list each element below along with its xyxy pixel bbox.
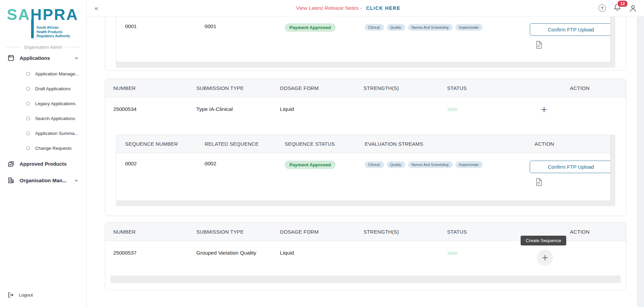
cell-sequence-number: 0002 — [125, 161, 205, 167]
sequence-action-cell: Confirm FTP Upload — [519, 161, 611, 187]
sidebar-item-legacy-applications[interactable]: Legacy Applications — [0, 96, 86, 111]
sidebar-subitem-label: Search Applications — [35, 116, 75, 121]
cell-submission-type: Grouped Variation Quality — [196, 250, 280, 256]
header-action: ACTION — [537, 229, 626, 235]
sidebar-item-search-applications[interactable]: Search Applications — [0, 111, 86, 126]
logo-stem-bar — [31, 20, 34, 38]
cell-dosage-form: Liquid — [280, 250, 363, 256]
sidebar-item-label: Applications — [20, 55, 50, 61]
evaluation-streams: Clinical: Quality: Names And Scheduling:… — [365, 161, 519, 168]
release-notes-banner: View Latest Release Notes - CLICK HERE — [98, 5, 598, 11]
sequence-table-header: SEQUENCE NUMBER RELATED SEQUENCE SEQUENC… — [116, 135, 610, 153]
sidebar-section-label: Organisation Admin — [24, 45, 62, 50]
logo-wordmark: SAHPRA — [7, 7, 78, 22]
sidebar-item-draft-applications[interactable]: Draft Applications — [0, 81, 86, 96]
stream-badge: Clinical: — [365, 161, 384, 168]
header-related-sequence: RELATED SEQUENCE — [205, 141, 285, 147]
application-card-25000534: NUMBER SUBMISSION TYPE DOSAGE FORM STREN… — [105, 78, 626, 216]
header-action: ACTION — [537, 85, 626, 91]
sidebar-item-label: Organisation Man... — [20, 178, 67, 183]
create-sequence-button[interactable]: + — [537, 250, 553, 266]
divider-line — [65, 47, 80, 47]
header-strengths: STRENGTH(S) — [363, 85, 447, 91]
header-action: ACTION — [519, 141, 610, 147]
chevron-up-icon — [74, 56, 79, 61]
document-icon[interactable] — [534, 40, 543, 49]
cell-related-sequence: 0001 — [205, 23, 285, 29]
sidebar-subitem-label: Application Summa... — [35, 131, 78, 136]
sidebar-item-application-summary[interactable]: Application Summa... — [0, 126, 86, 141]
document-icon[interactable] — [534, 178, 543, 187]
stream-badge: Quality: — [387, 24, 406, 31]
stream-badge: Inspectorate: — [455, 24, 483, 31]
logo-tagline: South African Health Products Regulatory… — [37, 26, 70, 39]
header-evaluation-streams: EVALUATION STREAMS — [365, 141, 519, 147]
topbar: « View Latest Release Notes - CLICK HERE… — [87, 0, 644, 17]
header-number: NUMBER — [113, 85, 196, 91]
header-status: STATUS — [447, 229, 537, 235]
radio-circle-icon — [26, 146, 30, 150]
confirm-ftp-upload-button[interactable]: Confirm FTP Upload — [530, 23, 611, 36]
logo-wordmark-hpra: HPRA — [30, 6, 78, 23]
sidebar-item-approved-products[interactable]: Approved Products — [0, 156, 86, 172]
notification-count-badge: 12 — [617, 0, 628, 7]
plus-icon: + — [542, 254, 548, 261]
logout-button[interactable]: Logout — [0, 288, 40, 302]
sequence-table-wrap: 0001 0001 Payment Approved Clinical: Qua… — [116, 17, 615, 68]
stream-badge: Clinical: — [365, 24, 384, 31]
vertical-scrollbar[interactable] — [637, 17, 644, 307]
header-submission-type: SUBMISSION TYPE — [196, 229, 280, 235]
sequence-row: 0001 0001 Payment Approved Clinical: Qua… — [116, 17, 610, 55]
sidebar-item-application-management[interactable]: Application Manage... — [0, 66, 86, 81]
sidebar-item-applications[interactable]: Applications — [0, 50, 86, 66]
stream-badge: Names And Scheduling: — [408, 161, 453, 168]
help-icon[interactable]: ? — [598, 4, 606, 12]
user-profile-icon[interactable] — [629, 4, 637, 13]
status-badge: Payment Approved — [285, 161, 336, 169]
radio-circle-icon — [26, 87, 30, 91]
logout-label: Logout — [19, 292, 33, 298]
application-card-25000537: NUMBER SUBMISSION TYPE DOSAGE FORM STREN… — [105, 222, 626, 290]
sequence-row: 0002 0002 Payment Approved Clinical: Qua… — [116, 153, 610, 200]
logo-wordmark-sa: SA — [7, 6, 30, 23]
sidebar-collapse-button[interactable]: « — [95, 5, 98, 11]
sequence-table-wrap: SEQUENCE NUMBER RELATED SEQUENCE SEQUENC… — [116, 135, 615, 206]
evaluation-streams: Clinical: Quality: Names And Scheduling:… — [365, 23, 519, 31]
chevron-down-icon — [74, 178, 79, 183]
application-row: 25000534 Type IA-Clinical Liquid + — [105, 97, 626, 135]
sidebar: SAHPRA South African Health Products Reg… — [0, 0, 87, 307]
cell-submission-type: Type IA-Clinical — [196, 106, 280, 112]
radio-circle-icon — [26, 117, 30, 120]
header-status: STATUS — [447, 85, 537, 91]
notifications-button[interactable]: 12 — [613, 3, 621, 13]
create-sequence-plus-icon[interactable]: + — [541, 103, 547, 116]
sidebar-section-divider: Organisation Admin — [0, 45, 86, 50]
sidebar-subitem-label: Legacy Applications — [35, 101, 75, 106]
release-notes-link[interactable]: CLICK HERE — [366, 5, 401, 11]
cell-related-sequence: 0002 — [205, 161, 285, 167]
release-notes-text: View Latest Release Notes - — [296, 5, 362, 11]
main-area: « View Latest Release Notes - CLICK HERE… — [87, 0, 644, 307]
content-scroll-area: 0001 0001 Payment Approved Clinical: Qua… — [87, 17, 644, 307]
sidebar-item-organisation-management[interactable]: Organisation Man... — [0, 172, 86, 189]
radio-circle-icon — [26, 72, 30, 76]
sidebar-subitem-label: Application Manage... — [35, 71, 79, 76]
sahpra-logo: SAHPRA South African Health Products Reg… — [0, 0, 86, 40]
applications-icon — [7, 54, 15, 62]
create-sequence-tooltip: Create Sequence — [521, 236, 566, 245]
topbar-icons: ? 12 — [598, 3, 637, 13]
sidebar-subitem-label: Change Requests — [35, 146, 72, 151]
tagline-line: Regulatory Authority — [37, 34, 70, 39]
status-badge: Payment Approved — [285, 23, 336, 32]
sidebar-item-label: Approved Products — [20, 161, 67, 167]
sequence-table: SEQUENCE NUMBER RELATED SEQUENCE SEQUENC… — [116, 135, 611, 201]
tagline-line: Health Products — [37, 30, 70, 34]
horizontal-scrollbar[interactable] — [111, 276, 621, 283]
confirm-ftp-upload-button[interactable]: Confirm FTP Upload — [530, 161, 611, 173]
cell-number: 25000537 — [113, 250, 196, 256]
status-pill — [447, 108, 457, 111]
sidebar-item-change-requests[interactable]: Change Requests — [0, 141, 86, 156]
logout-icon — [7, 292, 14, 298]
tagline-line: South African — [37, 26, 70, 30]
application-table-header: NUMBER SUBMISSION TYPE DOSAGE FORM STREN… — [105, 79, 626, 97]
